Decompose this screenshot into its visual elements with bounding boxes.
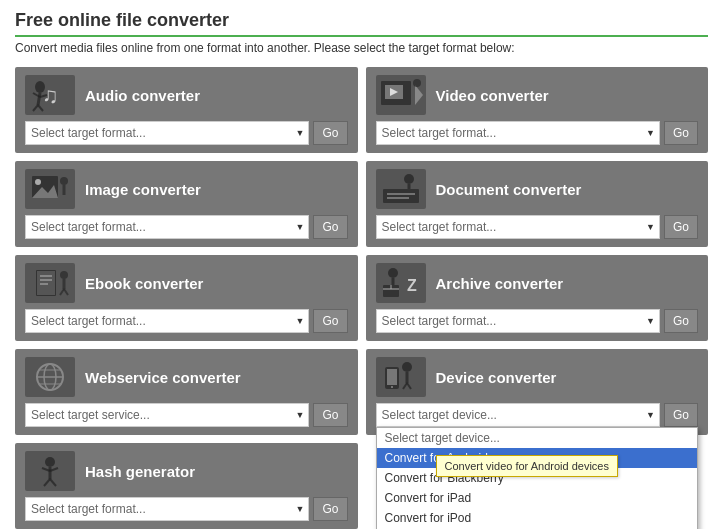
archive-select-wrapper: Select target format... xyxy=(376,309,660,333)
device-card-header: Device converter xyxy=(376,357,699,397)
svg-point-18 xyxy=(60,177,68,185)
audio-go-button[interactable]: Go xyxy=(313,121,347,145)
image-select-wrapper: Select target format... xyxy=(25,215,309,239)
video-card: Video converter Select target format... … xyxy=(366,67,709,153)
page-title: Free online file converter xyxy=(15,10,708,37)
audio-card-header: ♫ Audio converter xyxy=(25,75,348,115)
hash-card-title: Hash generator xyxy=(85,463,195,480)
svg-point-50 xyxy=(402,362,412,372)
hash-icon xyxy=(25,451,75,491)
device-go-button[interactable]: Go xyxy=(664,403,698,427)
audio-select-wrapper: Select target format... xyxy=(25,121,309,145)
image-card-header: Image converter xyxy=(25,169,348,209)
image-select[interactable]: Select target format... xyxy=(25,215,309,239)
device-dropdown-ipad[interactable]: Convert for iPad xyxy=(377,488,698,508)
device-select[interactable]: Select target device... xyxy=(376,403,660,427)
image-card-controls: Select target format... Go xyxy=(25,215,348,239)
device-dropdown-menu: Select target device... Convert for Andr… xyxy=(376,427,699,529)
webservice-card-title: Webservice converter xyxy=(85,369,241,386)
document-select-wrapper: Select target format... xyxy=(376,215,660,239)
hash-card: Hash generator Select target format... G… xyxy=(15,443,358,529)
svg-point-16 xyxy=(35,179,41,185)
svg-text:Z: Z xyxy=(407,277,417,294)
video-icon xyxy=(376,75,426,115)
svg-rect-28 xyxy=(37,271,55,295)
device-icon xyxy=(376,357,426,397)
document-card-header: Document converter xyxy=(376,169,699,209)
audio-select[interactable]: Select target format... xyxy=(25,121,309,145)
hash-go-button[interactable]: Go xyxy=(313,497,347,521)
webservice-go-button[interactable]: Go xyxy=(313,403,347,427)
audio-card: ♫ Audio converter Select target format..… xyxy=(15,67,358,153)
ebook-select[interactable]: Select target format... xyxy=(25,309,309,333)
ebook-card-title: Ebook converter xyxy=(85,275,203,292)
ebook-icon xyxy=(25,263,75,303)
archive-card-controls: Select target format... Go xyxy=(376,309,699,333)
device-dropdown-header[interactable]: Select target device... xyxy=(377,428,698,448)
hash-select[interactable]: Select target format... xyxy=(25,497,309,521)
document-icon xyxy=(376,169,426,209)
svg-point-21 xyxy=(404,174,414,184)
page-subtitle: Convert media files online from one form… xyxy=(15,41,708,55)
document-select[interactable]: Select target format... xyxy=(376,215,660,239)
svg-rect-55 xyxy=(387,369,397,385)
android-tooltip: Convert video for Android devices xyxy=(436,455,618,477)
audio-icon: ♫ xyxy=(25,75,75,115)
webservice-card-controls: Select target service... Go xyxy=(25,403,348,427)
archive-go-button[interactable]: Go xyxy=(664,309,698,333)
video-go-button[interactable]: Go xyxy=(664,121,698,145)
svg-point-2 xyxy=(35,81,45,93)
document-go-button[interactable]: Go xyxy=(664,215,698,239)
image-icon xyxy=(25,169,75,209)
video-select-wrapper: Select target format... xyxy=(376,121,660,145)
device-dropdown-ipod[interactable]: Convert for iPod xyxy=(377,508,698,528)
webservice-card-header: Webservice converter xyxy=(25,357,348,397)
converter-grid: ♫ Audio converter Select target format..… xyxy=(15,67,708,435)
audio-card-controls: Select target format... Go xyxy=(25,121,348,145)
archive-card: Z Archive converter Select target format… xyxy=(366,255,709,341)
device-select-wrapper: Select target device... xyxy=(376,403,660,427)
svg-point-13 xyxy=(413,79,421,87)
hash-card-header: Hash generator xyxy=(25,451,348,491)
document-card: Document converter Select target format.… xyxy=(366,161,709,247)
document-card-controls: Select target format... Go xyxy=(376,215,699,239)
device-card: Device converter Select target device...… xyxy=(366,349,709,435)
svg-point-37 xyxy=(388,268,398,278)
hash-card-controls: Select target format... Go xyxy=(25,497,348,521)
svg-point-58 xyxy=(45,457,55,467)
device-card-title: Device converter xyxy=(436,369,557,386)
webservice-select[interactable]: Select target service... xyxy=(25,403,309,427)
svg-rect-22 xyxy=(383,189,419,203)
webservice-card: Webservice converter Select target servi… xyxy=(15,349,358,435)
ebook-select-wrapper: Select target format... xyxy=(25,309,309,333)
ebook-card-header: Ebook converter xyxy=(25,263,348,303)
webservice-icon xyxy=(25,357,75,397)
archive-card-header: Z Archive converter xyxy=(376,263,699,303)
audio-card-title: Audio converter xyxy=(85,87,200,104)
image-card-title: Image converter xyxy=(85,181,201,198)
device-card-controls: Select target device... Go Select target… xyxy=(376,403,699,427)
ebook-card: Ebook converter Select target format... … xyxy=(15,255,358,341)
archive-icon: Z xyxy=(376,263,426,303)
webservice-select-wrapper: Select target service... xyxy=(25,403,309,427)
image-card: Image converter Select target format... … xyxy=(15,161,358,247)
video-card-title: Video converter xyxy=(436,87,549,104)
video-card-header: Video converter xyxy=(376,75,699,115)
video-select[interactable]: Select target format... xyxy=(376,121,660,145)
ebook-card-controls: Select target format... Go xyxy=(25,309,348,333)
hash-select-wrapper: Select target format... xyxy=(25,497,309,521)
image-go-button[interactable]: Go xyxy=(313,215,347,239)
video-card-controls: Select target format... Go xyxy=(376,121,699,145)
svg-line-3 xyxy=(38,93,40,105)
svg-point-56 xyxy=(391,386,393,388)
ebook-go-button[interactable]: Go xyxy=(313,309,347,333)
archive-select[interactable]: Select target format... xyxy=(376,309,660,333)
archive-card-title: Archive converter xyxy=(436,275,564,292)
svg-point-32 xyxy=(60,271,68,279)
document-card-title: Document converter xyxy=(436,181,582,198)
